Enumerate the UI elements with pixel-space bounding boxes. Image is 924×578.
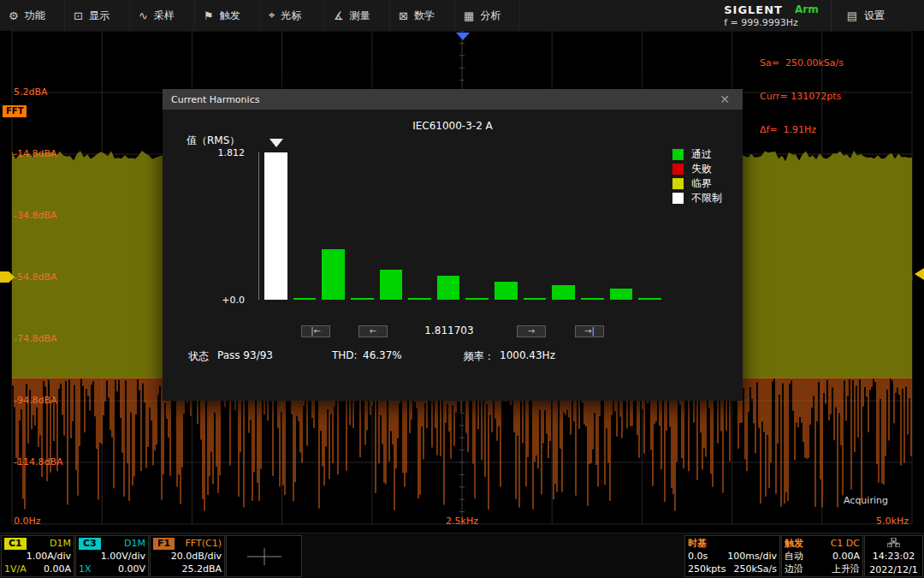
legend-label: 不限制	[691, 191, 722, 206]
channel1-offset: 0.00A	[44, 563, 71, 575]
x-axis-label-right: 5.0kHz	[876, 515, 909, 527]
legend-item: 失败	[672, 162, 722, 176]
y-axis-label: -114.8dBA	[14, 456, 63, 468]
timebase-points: 250kpts	[688, 563, 726, 575]
harmonic-bar-2	[293, 298, 317, 300]
close-icon[interactable]: ✕	[715, 92, 734, 106]
y-axis-label: -54.8dBA	[14, 271, 57, 283]
thd-label: THD:	[332, 349, 358, 361]
menu-item-cursor[interactable]: ⌖光标	[260, 0, 325, 31]
current-harmonics-dialog: Current Harmonics ✕ IEC61000-3-2 A 值（RMS…	[163, 89, 743, 401]
menu-item-label: 功能	[25, 9, 45, 23]
chart-y-axis-title: 值（RMS）	[187, 134, 240, 148]
menu-item-label: 显示	[89, 9, 110, 23]
harmonic-bar-14	[638, 298, 661, 300]
trigger-source: C1 DC	[831, 538, 860, 549]
menu-item-analysis[interactable]: ▦分析	[455, 0, 520, 31]
trigger-box[interactable]: 触发 C1 DC 自动 0.00A 边沿 上升沿	[781, 535, 863, 577]
menu-item-label: 数学	[414, 9, 435, 23]
harmonic-bar-8	[465, 298, 489, 300]
thd-value: 46.37%	[363, 349, 402, 361]
chart-legend: 通过失败临界不限制	[672, 147, 722, 206]
oscilloscope-screen: ⚙功能⊡显示∿采样⚑触发⌖光标∡测量⊠数学▦分析 SIGLENT Arm f =…	[0, 0, 924, 578]
analysis-chart-icon: ▦	[464, 9, 474, 22]
prev-harmonic-button[interactable]: ←	[358, 325, 388, 337]
frequency-value: 1000.43Hz	[500, 349, 555, 361]
channel1-coupling: D1M	[50, 538, 71, 549]
trigger-label: 触发	[785, 537, 803, 550]
sample-rate-readout: Sa= 250.00kSa/s	[760, 57, 844, 69]
menu-item-math[interactable]: ⊠数学	[390, 0, 455, 31]
timebase-scale: 100ms/div	[727, 551, 777, 562]
legend-label: 通过	[691, 147, 712, 162]
acquisition-state: Arm	[795, 3, 819, 15]
menu-item-measure[interactable]: ∡测量	[325, 0, 390, 31]
trigger-level: 0.00A	[832, 551, 860, 562]
channel3-box[interactable]: C3 D1M 1.00V/div 1X 0.00V	[75, 535, 149, 577]
last-harmonic-button[interactable]: →|	[575, 325, 604, 337]
next-harmonic-button[interactable]: →	[517, 325, 546, 337]
sample-wave-icon: ∿	[139, 9, 148, 22]
settings-icon: ▤	[847, 9, 857, 22]
math-box-icon: ⊠	[399, 9, 408, 22]
menu-item-label: 测量	[350, 9, 370, 23]
dialog-title: Current Harmonics	[171, 94, 259, 105]
f1-chip: F1	[153, 538, 175, 550]
fft-trace-tag[interactable]: FFT	[3, 105, 27, 117]
channel3-scale: 1.00V/div	[101, 551, 145, 562]
dialog-titlebar[interactable]: Current Harmonics ✕	[163, 89, 743, 110]
menu-item-label: 光标	[281, 9, 301, 23]
menu-item-trigger[interactable]: ⚑触发	[195, 0, 260, 31]
harmonic-bar-1	[264, 152, 287, 300]
gear-icon: ⚙	[9, 9, 19, 22]
settings-label: 设置	[864, 9, 885, 23]
harmonic-bar-10	[524, 298, 547, 300]
harmonic-bar-6	[408, 298, 431, 300]
brand-logo: SIGLENT	[724, 3, 783, 16]
clock-time: 14:23:02	[873, 551, 915, 562]
legend-label: 临界	[691, 176, 712, 191]
harmonics-bar-chart	[258, 152, 667, 300]
legend-label: 失败	[691, 162, 712, 176]
cursor-position-box[interactable]	[226, 535, 302, 577]
channel1-scale: 1.00A/div	[27, 551, 71, 562]
crosshair-icon	[245, 545, 284, 568]
legend-swatch	[672, 164, 684, 175]
y-axis-label: -74.8dBA	[14, 333, 57, 344]
menu-item-acquire[interactable]: ∿采样	[130, 0, 195, 31]
first-harmonic-button[interactable]: |←	[301, 325, 330, 337]
frequency-label: 频率：	[464, 349, 495, 364]
harmonic-bar-11	[552, 285, 575, 300]
fft-level-marker-right[interactable]	[915, 268, 924, 280]
timebase-box[interactable]: 时基 0.0s 100ms/div 250kpts 250kSa/s	[684, 535, 780, 577]
channel3-chip: C3	[79, 538, 101, 550]
menu-item-label: 触发	[220, 9, 240, 23]
harmonic-bar-13	[610, 289, 633, 300]
menu-item-label: 分析	[480, 9, 500, 23]
trigger-position-marker[interactable]	[456, 33, 470, 40]
selected-harmonic-value: 1.811703	[419, 325, 479, 337]
x-axis-label-left: 0.0Hz	[14, 515, 41, 527]
brand-box: SIGLENT Arm f = 999.9993Hz	[712, 0, 831, 31]
acquisition-status: Acquiring	[844, 495, 888, 506]
y-axis-label: -34.8dBA	[14, 210, 57, 221]
channel1-box[interactable]: C1 D1M 1.00A/div 1V/A 0.00A	[1, 535, 74, 577]
math-f1-box[interactable]: F1 FFT(C1) 20.0dB/div 25.2dBA	[150, 535, 225, 577]
timebase-label: 时基	[688, 537, 707, 550]
channel1-chip: C1	[4, 538, 27, 550]
channel3-coupling: D1M	[124, 538, 145, 549]
harmonic-bar-9	[495, 282, 518, 300]
points-readout: Curr= 131072pts	[760, 91, 844, 102]
clock-box[interactable]: 14:23:02 2022/12/1	[864, 535, 923, 577]
dialog-body: IEC61000-3-2 A 值（RMS） 1.812 +0.0 通过失败临界不…	[163, 110, 743, 401]
settings-button[interactable]: ▤ 设置	[831, 0, 900, 31]
harmonic-bar-12	[581, 298, 604, 300]
cursor-cross-icon: ⌖	[269, 9, 275, 22]
timebase-delay: 0.0s	[688, 551, 708, 562]
menu-item-function[interactable]: ⚙功能	[0, 0, 65, 31]
status-label: 状态	[188, 349, 209, 364]
harmonic-bar-4	[351, 298, 374, 300]
menu-item-display[interactable]: ⊡显示	[65, 0, 130, 31]
harmonic-bar-3	[322, 249, 345, 300]
legend-item: 通过	[672, 147, 722, 162]
